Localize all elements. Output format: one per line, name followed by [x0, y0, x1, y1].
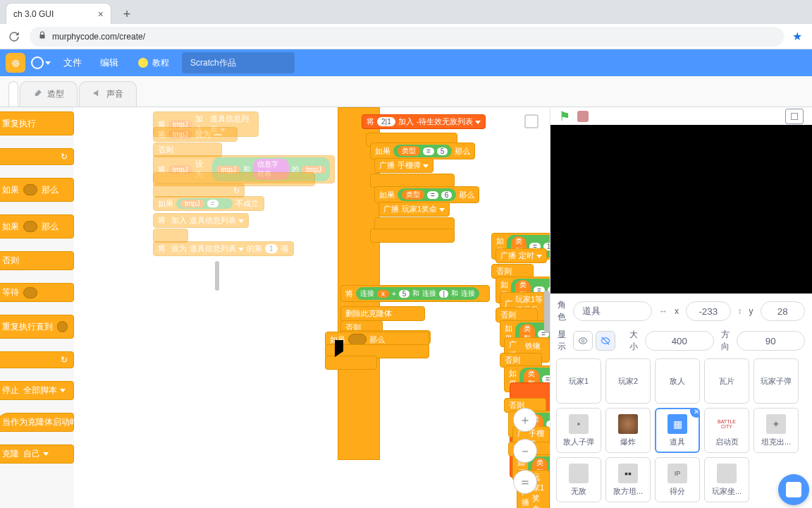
- block-if[interactable]: 如果类型=6那么: [374, 186, 479, 203]
- fullscreen-icon[interactable]: [524, 114, 539, 128]
- block-faded[interactable]: 将加入道具信息列表: [153, 213, 249, 228]
- sprite-tile[interactable]: 无敌: [556, 457, 601, 502]
- sprite-tile[interactable]: 玩家2: [605, 358, 651, 404]
- menu-tutorials-label: 教程: [152, 57, 169, 69]
- block-stub[interactable]: [370, 229, 455, 243]
- palette-stop[interactable]: 停止全部脚本: [0, 381, 74, 400]
- block-faded[interactable]: ↻: [153, 183, 245, 198]
- green-flag-icon[interactable]: ⚑: [559, 109, 570, 124]
- block-broadcast[interactable]: 广播定时: [496, 248, 547, 263]
- app-menubar: ◎ 文件 编辑 教程 Scratch作品: [0, 49, 812, 76]
- scrollbar[interactable]: [215, 261, 219, 291]
- project-name-field[interactable]: Scratch作品: [182, 52, 295, 73]
- bulb-icon: [138, 58, 148, 68]
- tab-code[interactable]: [8, 81, 18, 107]
- zoom-in-button[interactable]: ＋: [513, 408, 537, 432]
- show-button[interactable]: [573, 331, 593, 351]
- sound-icon: [92, 88, 102, 100]
- language-menu[interactable]: [30, 52, 52, 74]
- x-label: x: [675, 306, 679, 316]
- palette-else[interactable]: 否则: [0, 251, 74, 270]
- block-if[interactable]: 如果类型=5那么: [370, 143, 475, 159]
- cat-icon: [786, 482, 801, 497]
- palette-if[interactable]: 如果那么: [0, 178, 74, 202]
- palette-cbottom2[interactable]: ↻: [0, 351, 74, 368]
- block-faded[interactable]: [153, 229, 188, 243]
- block-faded[interactable]: 将设为道具信息列表的第1项: [153, 241, 294, 256]
- block-faded[interactable]: 如果tmpJ=不成立: [153, 196, 264, 211]
- scrollbar[interactable]: [544, 291, 550, 333]
- bookmark-star-icon[interactable]: ★: [792, 30, 802, 43]
- stop-icon[interactable]: [577, 111, 589, 122]
- sprite-tile[interactable]: ✦坦克出...: [753, 408, 799, 453]
- dir-label: 方向: [721, 329, 730, 353]
- reload-icon[interactable]: [7, 30, 21, 44]
- script-canvas[interactable]: 将tmpJ加入道具信息列表 将tmpJ设为 否则 将tmpJ设为tmpJ和信息字…: [74, 107, 550, 508]
- canvas-zoom: ＋ － ＝: [513, 408, 537, 508]
- zoom-out-button[interactable]: －: [513, 439, 537, 463]
- palette-clone[interactable]: 克隆自己: [0, 445, 74, 464]
- app-logo[interactable]: ◎: [6, 53, 25, 73]
- add-sprite-button[interactable]: [778, 474, 809, 505]
- sprite-tile-selected[interactable]: ✕▦道具: [655, 408, 700, 453]
- show-label: 显示: [558, 329, 566, 353]
- x-input[interactable]: [686, 301, 731, 321]
- stage-bar: ⚑: [550, 107, 812, 125]
- block-broadcast[interactable]: 广播玩家1奖命: [379, 202, 450, 217]
- y-icon: ↕: [738, 306, 742, 316]
- palette-clone-start[interactable]: 当作为克隆体启动时: [0, 413, 74, 432]
- hide-button[interactable]: [596, 331, 615, 351]
- sprite-tile[interactable]: 敌人: [655, 358, 700, 404]
- palette-if-else[interactable]: 如果那么: [0, 214, 74, 238]
- size-label: 大小: [629, 329, 638, 353]
- sprite-name-input[interactable]: [573, 301, 652, 321]
- y-input[interactable]: [761, 301, 806, 321]
- palette-forever[interactable]: 重复执行: [0, 111, 74, 135]
- zoom-reset-button[interactable]: ＝: [513, 470, 537, 494]
- block-set-join[interactable]: 将 连接x+5和连接|和连接: [340, 285, 490, 302]
- sprite-tile[interactable]: •敌人子弹: [556, 408, 601, 453]
- palette-cbottom[interactable]: ↻: [0, 148, 74, 165]
- tab-strip: ch 3.0 GUI × +: [0, 0, 812, 24]
- block-faded[interactable]: 将tmpJ设为: [153, 127, 238, 142]
- tab-costume[interactable]: 造型: [20, 81, 78, 107]
- menu-tutorials[interactable]: 教程: [130, 57, 178, 69]
- url-field[interactable]: murphycode.com/create/: [30, 27, 784, 47]
- svg-point-0: [582, 339, 584, 342]
- new-tab-button[interactable]: +: [117, 4, 137, 24]
- address-bar: murphycode.com/create/ ★: [0, 24, 812, 49]
- palette-repeat-until[interactable]: 重复执行直到: [0, 315, 74, 339]
- x-icon: ↔: [659, 306, 668, 316]
- visibility-toggle: [573, 331, 615, 351]
- block-stub[interactable]: [370, 174, 455, 188]
- palette-wait[interactable]: 等待: [0, 283, 74, 302]
- menu-file[interactable]: 文件: [56, 56, 89, 69]
- sprite-tile[interactable]: 玩家1: [556, 358, 601, 404]
- stage-canvas[interactable]: [550, 125, 812, 294]
- block-broadcast[interactable]: 广播手榴弹: [374, 158, 433, 173]
- sprite-grid: 玩家1 玩家2 敌人 瓦片 玩家子弹 •敌人子弹 爆炸 ✕▦道具 BATTLE …: [550, 356, 812, 508]
- sprite-tile[interactable]: IP得分: [655, 457, 700, 502]
- close-icon[interactable]: ×: [98, 8, 104, 20]
- y-label: y: [749, 306, 753, 316]
- sprite-tile[interactable]: 玩家子弹: [753, 358, 799, 404]
- sprite-tile[interactable]: ▪▪敌方坦...: [605, 457, 651, 502]
- block-palette: 重复执行 ↻ 如果那么 如果那么 否则 等待 重复执行直到 ↻ 停止全部脚本 当…: [0, 107, 74, 508]
- browser-tab[interactable]: ch 3.0 GUI ×: [6, 3, 111, 24]
- block-c-spine[interactable]: [338, 107, 380, 460]
- tab-sound[interactable]: 声音: [79, 81, 137, 107]
- size-input[interactable]: [645, 331, 714, 351]
- sprite-tile[interactable]: 爆炸: [605, 408, 651, 453]
- sprite-tile[interactable]: 玩家坐...: [704, 457, 749, 502]
- sprite-tile[interactable]: BATTLE CITY启动页: [704, 408, 749, 453]
- block-add-list[interactable]: 将2|1加入-待生效无敌列表: [362, 114, 486, 129]
- stage-size-toggle[interactable]: [785, 109, 804, 124]
- menu-edit[interactable]: 编辑: [93, 56, 125, 69]
- dir-input[interactable]: [737, 331, 806, 351]
- block-delete-clone[interactable]: 删除此克隆体: [340, 306, 425, 321]
- delete-sprite-icon[interactable]: ✕: [690, 408, 700, 418]
- block-dragging-end[interactable]: [325, 356, 377, 370]
- brush-icon: [33, 88, 43, 100]
- tab-sound-label: 声音: [106, 88, 123, 100]
- sprite-tile[interactable]: 瓦片: [704, 358, 749, 404]
